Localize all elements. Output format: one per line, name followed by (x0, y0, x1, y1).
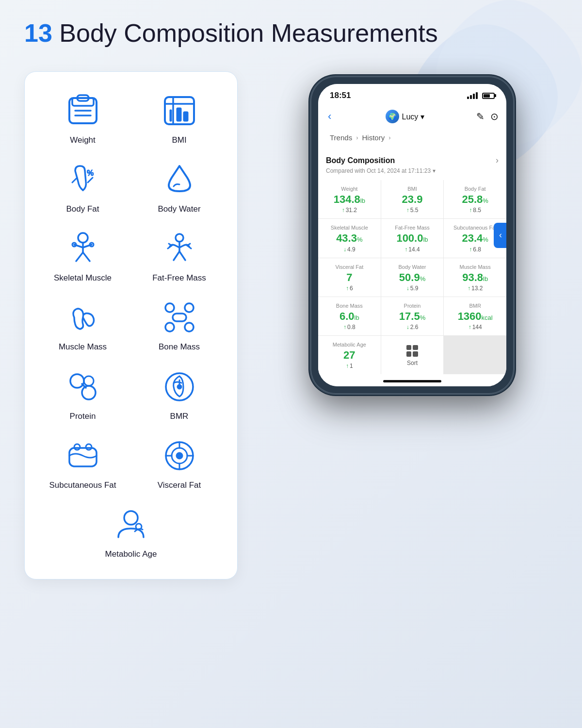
bmr-icon (162, 369, 197, 404)
arrow-up-icon: ↑ (342, 207, 345, 214)
svg-point-22 (176, 234, 183, 242)
settings-icon[interactable]: ⊙ (490, 111, 499, 122)
sort-icon (406, 345, 418, 357)
bmi-icon (162, 93, 197, 128)
protein-icon-box (64, 367, 102, 406)
body-comp-header: Body Composition › (318, 150, 506, 167)
metric-visceral-fat-change: ↑ 6 (323, 285, 376, 292)
metric-bmi-change: ↑ 5.5 (386, 207, 439, 214)
metrics-grid: Weight 134.8lb ↑ 31.2 BMI (318, 180, 506, 374)
home-indicator (318, 374, 506, 386)
metric-weight-value: 134.8lb (323, 194, 376, 205)
user-name: Lucy ▾ (402, 112, 424, 121)
body-fat-label: Body Fat (66, 204, 99, 215)
visceral-fat-icon (162, 438, 197, 473)
metric-metabolic-age: Metabolic Age 27 ↑ 1 (318, 336, 381, 374)
metric-bone-mass-change: ↑ 0.8 (323, 324, 376, 331)
arrow-up-icon: ↑ (404, 246, 407, 253)
arrow-up-icon: ↑ (346, 285, 349, 292)
metric-weight: Weight 134.8lb ↑ 31.2 (318, 180, 381, 218)
metric-bmi-value: 23.9 (386, 194, 439, 205)
trends-tab[interactable]: Trends (326, 131, 356, 145)
arrow-up-icon: ↑ (469, 324, 471, 331)
svg-point-29 (185, 323, 194, 331)
svg-point-33 (84, 376, 94, 386)
app-header-icons: ✎ ⊙ (476, 111, 499, 122)
icon-item-subcutaneous-fat: Subcutaneous Fat (39, 436, 126, 491)
svg-point-48 (124, 511, 138, 525)
metric-metabolic-age-value: 27 (323, 349, 376, 361)
icon-item-body-fat: % Body Fat (39, 160, 126, 215)
weight-icon-box (64, 91, 102, 130)
sort-label: Sort (407, 360, 418, 366)
metric-fat-free-mass: Fat-Free Mass 100.0lb ↑ 14.4 (381, 219, 444, 257)
icons-grid: Weight BMI (39, 91, 223, 560)
icon-item-skeletal-muscle: Skeletal Muscle (39, 229, 126, 283)
bone-mass-icon (162, 300, 197, 335)
history-arrow: › (388, 134, 390, 141)
phone-area: 18:51 (267, 71, 558, 394)
side-expand-button[interactable]: ‹ (494, 223, 506, 248)
metabolic-age-label: Metabolic Age (105, 549, 157, 560)
back-button[interactable]: ‹ (326, 108, 333, 125)
arrow-up-icon: ↑ (469, 207, 472, 214)
icons-panel: Weight BMI (24, 71, 238, 579)
metric-bone-mass-value: 6.0lb (323, 311, 376, 322)
body-water-icon-box (160, 160, 199, 199)
comparison-dropdown-icon[interactable]: ▾ (433, 167, 436, 174)
status-bar: 18:51 (318, 84, 506, 104)
bmi-icon-box (160, 91, 199, 130)
icon-item-fat-free-mass: Fat-Free Mass (136, 229, 223, 283)
body-comp-arrow[interactable]: › (496, 155, 499, 165)
metric-body-water: Body Water 50.9% ↓ 5.9 (381, 258, 444, 297)
history-tab[interactable]: History (358, 131, 388, 145)
icon-item-metabolic-age: Metabolic Age (39, 505, 223, 560)
bmi-label: BMI (172, 135, 186, 146)
icon-item-bone-mass: Bone Mass (136, 298, 223, 352)
page-wrapper: 13 Body Composition Measurements (0, 0, 582, 728)
metric-body-fat: Body Fat 25.8% ↑ 8.5 (444, 180, 506, 218)
edit-icon[interactable]: ✎ (476, 111, 485, 122)
metabolic-age-icon-box (112, 505, 150, 544)
page-header: 13 Body Composition Measurements (24, 19, 558, 47)
svg-rect-10 (170, 110, 172, 121)
svg-line-12 (72, 178, 77, 182)
svg-point-28 (165, 323, 174, 331)
bmr-icon-box (160, 367, 199, 406)
fat-free-mass-label: Fat-Free Mass (152, 273, 206, 283)
metric-muscle-mass-value: 93.8lb (449, 272, 501, 283)
metric-visceral-fat: Visceral Fat 7 ↑ 6 (318, 258, 381, 297)
page-title: 13 Body Composition Measurements (24, 19, 558, 47)
body-water-label: Body Water (158, 204, 200, 215)
skeletal-muscle-icon-box (64, 229, 102, 268)
svg-rect-9 (183, 112, 188, 121)
metric-bmr-value: 1360kcal (449, 311, 501, 322)
body-comp-title: Body Composition (326, 156, 395, 165)
body-fat-icon-box: % (64, 160, 102, 199)
skeletal-muscle-icon (65, 231, 100, 266)
sort-cell[interactable]: Sort (381, 336, 444, 374)
icon-item-bmr: BMR (136, 367, 223, 422)
user-avatar: 🌍 (386, 110, 399, 123)
metric-fat-free-mass-value: 100.0lb (386, 232, 439, 244)
muscle-mass-icon-box (64, 298, 102, 337)
subcutaneous-fat-icon (65, 438, 100, 473)
metric-body-water-value: 50.9% (386, 272, 439, 283)
svg-text:%: % (87, 169, 94, 177)
status-time: 18:51 (330, 91, 351, 100)
svg-point-26 (165, 303, 174, 312)
battery-icon (482, 93, 495, 99)
svg-point-39 (74, 444, 80, 450)
protein-label: Protein (70, 411, 96, 422)
signal-icon (467, 92, 478, 99)
arrow-down-icon: ↓ (343, 246, 346, 253)
arrow-down-icon: ↓ (406, 285, 409, 292)
metric-skeletal-muscle: Skeletal Muscle 43.3% ↓ 4.9 (318, 219, 381, 257)
metric-protein-change: ↓ 2.6 (386, 324, 439, 331)
user-info: 🌍 Lucy ▾ (386, 110, 424, 123)
nav-tabs: Trends › History › (318, 131, 506, 150)
metric-muscle-mass-change: ↑ 13.2 (449, 285, 501, 292)
visceral-fat-label: Visceral Fat (158, 480, 201, 491)
metric-bmr-change: ↑ 144 (449, 324, 501, 331)
comparison-text: Compared with Oct 14, 2024 at 17:11:23 ▾ (318, 167, 506, 180)
